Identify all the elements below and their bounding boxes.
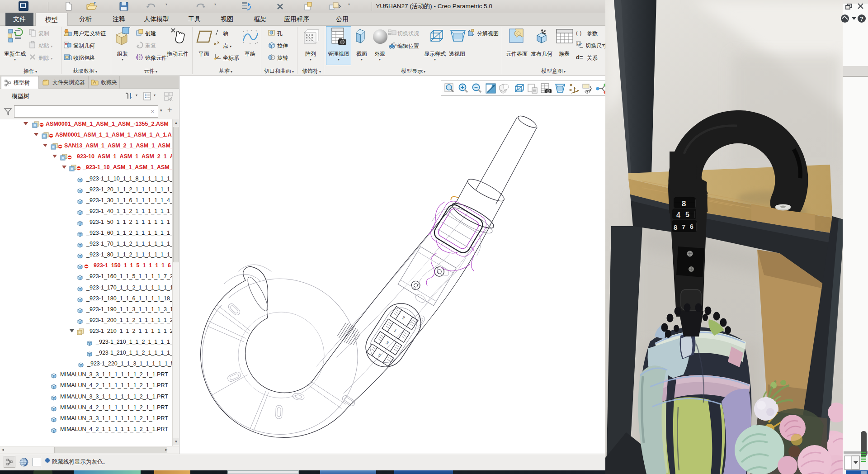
svg-text:5: 5 — [685, 211, 689, 218]
svg-text:5: 5 — [377, 352, 382, 358]
svg-text:y: y — [392, 42, 393, 45]
svg-text:3: 3 — [401, 315, 406, 320]
svg-text:6: 6 — [690, 223, 693, 230]
svg-text:?: ? — [860, 15, 863, 22]
svg-text:7: 7 — [682, 223, 685, 231]
svg-text:8: 8 — [674, 223, 677, 231]
svg-text:x: x — [395, 43, 396, 46]
svg-text:8: 8 — [682, 199, 686, 208]
svg-text:1: 1 — [393, 327, 398, 333]
svg-text:3: 3 — [385, 340, 390, 346]
svg-text:4: 4 — [676, 211, 680, 219]
